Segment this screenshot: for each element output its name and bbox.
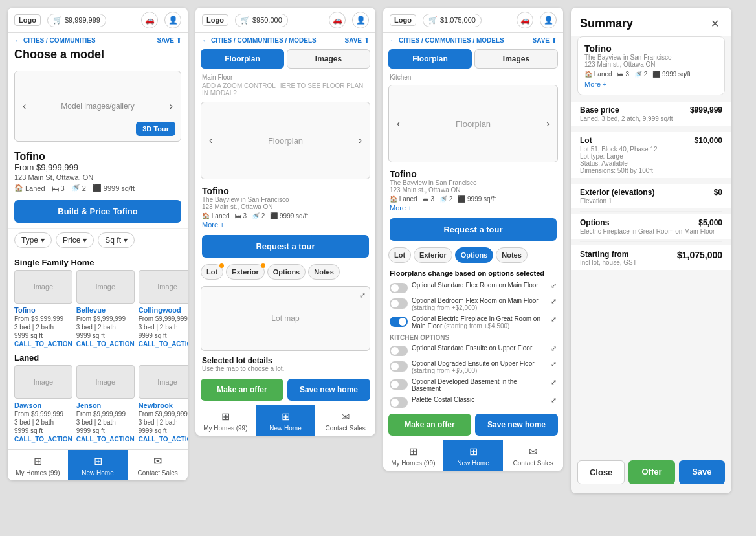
bottom-nav-my-homes-1[interactable]: ⊞ My Homes (99): [8, 450, 68, 480]
bottom-nav-my-homes-3[interactable]: ⊞ My Homes (99): [383, 440, 443, 471]
card-image-collingwood: Image: [139, 270, 188, 304]
card-cta-collingwood[interactable]: CALL_TO_ACTION: [139, 341, 188, 348]
tab-floorplan-2[interactable]: Floorplan: [201, 49, 284, 69]
card-cta-newbrook[interactable]: CALL_TO_ACTION: [139, 436, 188, 443]
more-link-3[interactable]: More +: [390, 203, 557, 213]
option-link-2[interactable]: ⤢: [551, 297, 557, 306]
opt-tab-options-3[interactable]: Options: [455, 247, 494, 263]
filter-price-1[interactable]: Price ▾: [56, 232, 94, 248]
option-text-1: Optional Standard Flex Room on Main Floo…: [412, 282, 547, 289]
option-link-3[interactable]: ⤢: [551, 315, 557, 324]
floorplan-left-2[interactable]: ‹: [206, 132, 215, 149]
summary-close-x[interactable]: ✕: [707, 16, 722, 31]
summary-close-button[interactable]: Close: [577, 460, 625, 484]
filter-type-1[interactable]: Type ▾: [14, 232, 52, 248]
nav-cart-3[interactable]: 🛒 $1,075,000: [423, 14, 482, 27]
toggle-flex-main-1[interactable]: [390, 283, 408, 293]
nav-cart-1[interactable]: 🛒 $9,999,999: [47, 14, 106, 27]
card-cta-tofino[interactable]: CALL_TO_ACTION: [14, 341, 72, 348]
more-link-2[interactable]: More +: [202, 219, 369, 230]
make-offer-button-3[interactable]: Make an offer: [388, 414, 471, 436]
tour-button-1[interactable]: 3D Tour: [136, 122, 175, 136]
kitchen-option-link-2[interactable]: ⤢: [551, 360, 557, 368]
bottom-nav-contact-1[interactable]: ✉ Contact Sales: [128, 450, 188, 480]
card-cta-jenson[interactable]: CALL_TO_ACTION: [76, 436, 135, 443]
card-cta-bellevue[interactable]: CALL_TO_ACTION: [76, 341, 135, 348]
option-link-1[interactable]: ⤢: [551, 282, 557, 290]
bottom-nav-contact-3[interactable]: ✉ Contact Sales: [503, 440, 563, 471]
floorplan-area-2: ‹ Floorplan ›: [201, 102, 370, 179]
summary-save-button[interactable]: Save: [679, 460, 725, 484]
lot-map-expand-2[interactable]: ⤢: [359, 291, 366, 300]
toggle-ensuite-upg-2[interactable]: [390, 361, 408, 372]
filter-sqft-1[interactable]: Sq ft ▾: [98, 232, 135, 248]
card-dawson[interactable]: Image Dawson From $9,999,999 3 bed | 2 b…: [14, 365, 72, 443]
card-tofino[interactable]: Image Tofino From $9,999,999 3 bed | 2 b…: [14, 270, 72, 348]
toggle-ensuite-std-1[interactable]: [390, 346, 408, 356]
save-home-button-2[interactable]: Save new home: [287, 379, 370, 401]
car-icon-btn-3[interactable]: 🚗: [517, 12, 533, 28]
floorplan-left-3[interactable]: ‹: [394, 115, 403, 132]
save-label-1[interactable]: SAVE ⬆: [157, 37, 182, 44]
tab-images-2[interactable]: Images: [287, 49, 370, 69]
bottom-nav-contact-2[interactable]: ✉ Contact Sales: [315, 405, 375, 436]
toggle-basement-3[interactable]: [390, 379, 408, 390]
card-image-bellevue: Image: [76, 270, 135, 304]
build-price-button-1[interactable]: Build & Price Tofino: [14, 200, 181, 223]
request-tour-btn-2[interactable]: Request a tour: [202, 235, 369, 258]
bottom-nav-new-home-1[interactable]: ⊞ New Home: [68, 450, 128, 480]
opt-tab-lot-2[interactable]: Lot: [201, 264, 223, 280]
gallery-left-arrow-1[interactable]: ‹: [20, 98, 28, 115]
bottom-nav-new-home-3[interactable]: ⊞ New Home: [443, 440, 504, 471]
car-icon-btn-1[interactable]: 🚗: [141, 12, 158, 28]
summary-more-link[interactable]: More +: [584, 80, 718, 88]
nav-cart-2[interactable]: 🛒 $950,000: [235, 14, 288, 27]
floor-label-2: Main Floor: [195, 73, 375, 82]
opt-tab-exterior-3[interactable]: Exterior: [414, 247, 452, 263]
card-newbrook[interactable]: Image Newbrook From $9,999,999 3 bed | 2…: [139, 365, 188, 443]
opt-tab-notes-2[interactable]: Notes: [308, 264, 340, 280]
cart-price-3: $1,075,000: [440, 16, 476, 24]
opt-tab-options-2[interactable]: Options: [267, 264, 306, 280]
kitchen-option-link-1[interactable]: ⤢: [551, 344, 557, 353]
toggle-bedroom-flex-2[interactable]: [390, 298, 408, 309]
save-label-2[interactable]: SAVE ⬆: [345, 37, 370, 44]
save-label-3[interactable]: SAVE ⬆: [533, 37, 557, 44]
user-icon-btn-1[interactable]: 👤: [164, 12, 181, 28]
cart-price-1: $9,999,999: [65, 16, 100, 24]
opt-tab-exterior-2[interactable]: Exterior: [226, 264, 265, 280]
tab-floorplan-3[interactable]: Floorplan: [388, 49, 472, 69]
floor-note-2: ADD A ZOOM CONTROL HERE TO SEE FLOOR PLA…: [195, 82, 375, 99]
bottom-nav-new-home-2[interactable]: ⊞ New Home: [256, 405, 316, 436]
car-icon-btn-2[interactable]: 🚗: [329, 12, 346, 28]
kitchen-option-link-4[interactable]: ⤢: [551, 396, 557, 405]
card-jenson[interactable]: Image Jenson From $9,999,999 3 bed | 2 b…: [76, 365, 135, 443]
floor-label-3: Kitchen: [383, 73, 563, 82]
floorplan-right-3[interactable]: ›: [544, 115, 552, 132]
card-cta-dawson[interactable]: CALL_TO_ACTION: [14, 436, 72, 443]
breadcrumb-path-1[interactable]: ← CITIES / COMMUNITIES: [14, 37, 96, 44]
kitchen-option-link-3[interactable]: ⤢: [551, 378, 557, 386]
option-item-1: Optional Standard Flex Room on Main Floo…: [383, 280, 563, 295]
floorplan-right-2[interactable]: ›: [356, 132, 364, 149]
gallery-right-arrow-1[interactable]: ›: [167, 98, 175, 115]
make-offer-button-2[interactable]: Make an offer: [201, 379, 284, 401]
request-tour-btn-3[interactable]: Request a tour: [390, 218, 557, 241]
opt-tab-lot-3[interactable]: Lot: [388, 247, 411, 263]
user-icon-btn-3[interactable]: 👤: [540, 12, 557, 28]
card-collingwood[interactable]: Image Collingwood From $9,999,999 3 bed …: [139, 270, 188, 348]
toggle-palette-4[interactable]: [390, 397, 408, 408]
bottom-nav-my-homes-2[interactable]: ⊞ My Homes (99): [195, 405, 256, 436]
save-home-button-3[interactable]: Save new home: [475, 414, 558, 436]
card-name-jenson: Jenson: [76, 401, 135, 409]
tab-images-3[interactable]: Images: [474, 49, 558, 69]
toggle-fireplace-3[interactable]: [390, 317, 408, 327]
opt-tab-notes-3[interactable]: Notes: [496, 247, 528, 263]
breadcrumb-path-3[interactable]: ← CITIES / COMMUNITIES / MODELS: [390, 37, 504, 44]
save-icon-1: ⬆: [176, 37, 181, 44]
summary-offer-button[interactable]: Offer: [628, 460, 674, 484]
user-icon-btn-2[interactable]: 👤: [352, 12, 369, 28]
card-bellevue[interactable]: Image Bellevue From $9,999,999 3 bed | 2…: [76, 270, 135, 348]
breadcrumb-path-2[interactable]: ← CITIES / COMMUNITIES / MODELS: [202, 37, 317, 44]
kitchen-option-text-2: Optional Upgraded Ensuite on Upper Floor…: [412, 360, 547, 374]
